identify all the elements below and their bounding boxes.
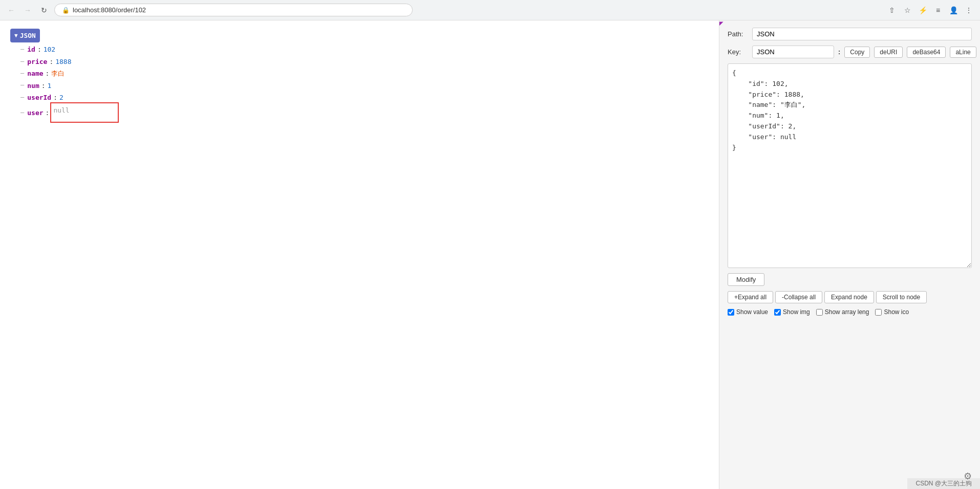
val-num: 1 bbox=[48, 80, 52, 92]
key-row: Key: : Copy deURI deBase64 aLine bbox=[728, 46, 972, 58]
show-array-leng-label: Show array leng bbox=[825, 308, 869, 316]
show-ico-checkbox-item[interactable]: Show ico bbox=[875, 308, 909, 316]
resize-handle[interactable] bbox=[719, 20, 726, 27]
bottom-buttons: +Expand all -Collapse all Expand node Sc… bbox=[728, 291, 972, 303]
bullet-icon: – bbox=[20, 44, 24, 55]
json-tree-panel: ▼ JSON – id : 102 – price : 1888 – bbox=[0, 20, 719, 489]
colon: : bbox=[37, 43, 41, 55]
expand-node-button[interactable]: Expand node bbox=[824, 291, 874, 303]
scroll-to-node-button[interactable]: Scroll to node bbox=[876, 291, 927, 303]
address-bar: 🔒 localhost:8080/order/102 bbox=[54, 4, 413, 16]
expand-all-button[interactable]: +Expand all bbox=[728, 291, 773, 303]
lock-icon: 🔒 bbox=[62, 7, 70, 14]
share-icon[interactable]: ⇧ bbox=[886, 4, 898, 16]
deuri-button[interactable]: deURI bbox=[874, 47, 903, 58]
path-input[interactable] bbox=[752, 28, 972, 40]
checkbox-row: Show value Show img Show array leng Show… bbox=[728, 308, 972, 316]
colon: : bbox=[41, 80, 46, 92]
colon: : bbox=[46, 68, 50, 79]
right-panel: Path: Key: : Copy deURI deBase64 aLine M… bbox=[719, 20, 980, 489]
show-ico-checkbox[interactable] bbox=[875, 309, 882, 316]
key-id[interactable]: id bbox=[27, 43, 35, 55]
colon: : bbox=[46, 107, 50, 119]
json-tree: ▼ JSON – id : 102 – price : 1888 – bbox=[10, 29, 709, 122]
key-user[interactable]: user bbox=[27, 107, 43, 119]
more-icon[interactable]: ⋮ bbox=[963, 4, 975, 16]
tree-row: – price : 1888 bbox=[10, 56, 709, 68]
collapse-all-button[interactable]: -Collapse all bbox=[775, 291, 822, 303]
key-name[interactable]: name bbox=[27, 68, 43, 79]
show-value-checkbox-item[interactable]: Show value bbox=[728, 308, 768, 316]
root-label: JSON bbox=[20, 30, 36, 41]
browser-actions: ⇧ ☆ ⚡ ≡ 👤 ⋮ bbox=[886, 4, 975, 16]
main-content: ▼ JSON – id : 102 – price : 1888 – bbox=[0, 20, 980, 489]
key-userid[interactable]: userId bbox=[27, 92, 51, 103]
modify-button[interactable]: Modify bbox=[728, 273, 764, 286]
path-row: Path: bbox=[728, 28, 972, 40]
copy-button[interactable]: Copy bbox=[844, 47, 870, 58]
val-user: null bbox=[51, 103, 118, 122]
show-img-checkbox-item[interactable]: Show img bbox=[774, 308, 810, 316]
collapse-icon: ▼ bbox=[14, 31, 18, 41]
tree-row: – name : 李白 bbox=[10, 68, 709, 79]
val-price: 1888 bbox=[55, 56, 71, 68]
bullet-icon: – bbox=[20, 56, 24, 68]
key-price[interactable]: price bbox=[27, 56, 47, 68]
bullet-icon: – bbox=[20, 68, 24, 79]
tree-row: – id : 102 bbox=[10, 43, 709, 55]
path-label: Path: bbox=[728, 30, 748, 38]
bullet-icon: – bbox=[20, 107, 24, 119]
show-array-leng-checkbox[interactable] bbox=[816, 309, 823, 316]
menu-icon[interactable]: ≡ bbox=[932, 4, 944, 16]
footer-text: CSDN @大三的土狗 bbox=[915, 480, 972, 487]
show-array-leng-checkbox-item[interactable]: Show array leng bbox=[816, 308, 869, 316]
browser-bar: ← → ↻ 🔒 localhost:8080/order/102 ⇧ ☆ ⚡ ≡… bbox=[0, 0, 980, 20]
val-id: 102 bbox=[44, 43, 55, 55]
bullet-icon: – bbox=[20, 92, 24, 103]
show-value-checkbox[interactable] bbox=[728, 309, 734, 316]
colon: : bbox=[49, 56, 53, 68]
key-input[interactable] bbox=[752, 46, 834, 58]
json-textarea[interactable] bbox=[728, 63, 972, 268]
show-img-checkbox[interactable] bbox=[774, 309, 781, 316]
extension-icon[interactable]: ⚡ bbox=[917, 4, 929, 16]
key-num[interactable]: num bbox=[27, 80, 39, 92]
tree-row-user: – user : null bbox=[10, 103, 709, 122]
bullet-icon: – bbox=[20, 80, 24, 91]
show-ico-label: Show ico bbox=[884, 308, 909, 316]
url-text: localhost:8080/order/102 bbox=[73, 6, 146, 14]
back-button[interactable]: ← bbox=[5, 4, 17, 16]
show-img-label: Show img bbox=[783, 308, 810, 316]
key-label: Key: bbox=[728, 48, 748, 56]
val-name: 李白 bbox=[51, 68, 65, 79]
page-footer: CSDN @大三的土狗 bbox=[907, 478, 980, 489]
json-root-badge[interactable]: ▼ JSON bbox=[10, 29, 40, 42]
tree-row: – num : 1 bbox=[10, 80, 709, 92]
key-colon: : bbox=[838, 48, 840, 56]
tree-row: – userId : 2 bbox=[10, 92, 709, 103]
debase64-button[interactable]: deBase64 bbox=[907, 47, 946, 58]
bookmark-icon[interactable]: ☆ bbox=[901, 4, 913, 16]
val-userid: 2 bbox=[59, 92, 63, 103]
profile-icon[interactable]: 👤 bbox=[947, 4, 960, 16]
colon: : bbox=[53, 92, 57, 103]
forward-button[interactable]: → bbox=[22, 4, 34, 16]
aline-button[interactable]: aLine bbox=[950, 47, 976, 58]
show-value-label: Show value bbox=[736, 308, 768, 316]
reload-button[interactable]: ↻ bbox=[38, 4, 50, 16]
